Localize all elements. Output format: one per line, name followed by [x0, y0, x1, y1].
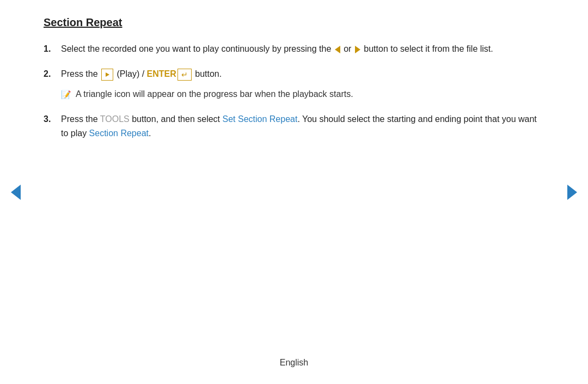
step-1-content: Select the recorded one you want to play…	[61, 42, 544, 56]
nav-right-button[interactable]	[567, 185, 577, 200]
page-title: Section Repeat	[44, 16, 122, 29]
step-1-number: 1.	[44, 42, 61, 56]
step-3-number: 3.	[44, 112, 61, 126]
step-2-text: Press the (Play) / ENTER↵ button.	[61, 67, 544, 81]
set-section-repeat-link[interactable]: Set Section Repeat	[223, 114, 298, 124]
enter-label: ENTER	[147, 69, 176, 78]
step-1-text: Select the recorded one you want to play…	[61, 42, 544, 56]
right-arrow-icon	[355, 46, 360, 53]
main-content: Section Repeat 1. Select the recorded on…	[0, 0, 588, 141]
section-repeat-link[interactable]: Section Repeat	[89, 129, 149, 138]
play-button-icon	[101, 69, 113, 81]
enter-button-icon: ↵	[177, 69, 192, 81]
step-3-content: Press the TOOLS button, and then select …	[61, 112, 544, 141]
note-text: A triangle icon will appear on the progr…	[76, 87, 353, 101]
step-2-content: Press the (Play) / ENTER↵ button. 📝 A tr…	[61, 67, 544, 101]
note-icon: 📝	[61, 88, 71, 101]
left-arrow-icon	[335, 46, 340, 53]
enter-arrow-symbol: ↵	[181, 69, 188, 81]
nav-left-button[interactable]	[11, 185, 21, 200]
step-2-note: 📝 A triangle icon will appear on the pro…	[61, 87, 544, 101]
step-1: 1. Select the recorded one you want to p…	[44, 42, 544, 56]
step-2-number: 2.	[44, 67, 61, 81]
step-2: 2. Press the (Play) / ENTER↵ button. 📝 A…	[44, 67, 544, 101]
steps-list: 1. Select the recorded one you want to p…	[44, 42, 544, 141]
footer-language: English	[280, 358, 308, 368]
step-3: 3. Press the TOOLS button, and then sele…	[44, 112, 544, 141]
tools-keyword: TOOLS	[100, 114, 130, 124]
svg-marker-0	[106, 72, 109, 77]
step-3-text: Press the TOOLS button, and then select …	[61, 112, 544, 141]
